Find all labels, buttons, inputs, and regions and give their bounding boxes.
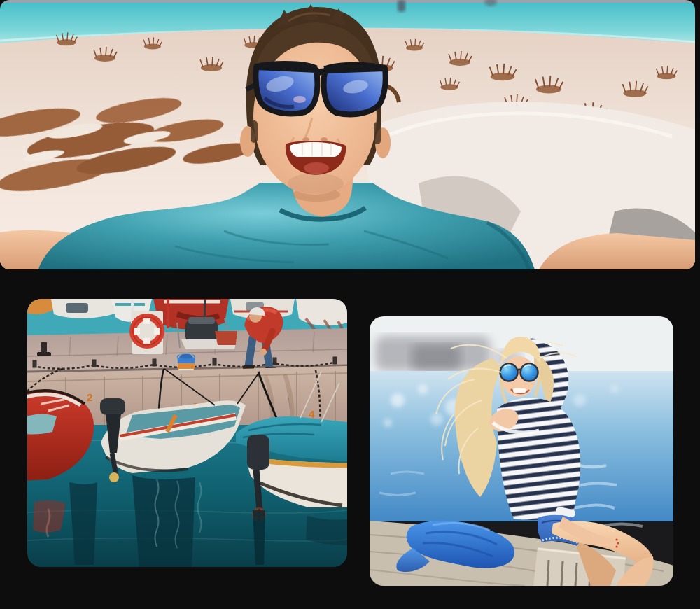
- photo-beach-selfie: [0, 0, 695, 270]
- portrait-art: [370, 316, 673, 586]
- photo-woman-portrait: [370, 316, 673, 586]
- pier-number-2: 2: [87, 391, 92, 403]
- stubble: [288, 173, 344, 194]
- harbor-art: 2 3 4: [27, 299, 347, 567]
- distant-swimmer: [398, 0, 405, 12]
- lifebuoy: [132, 311, 163, 354]
- bucket: [177, 353, 195, 373]
- photo-harbor-boats: 2 3 4: [27, 299, 347, 567]
- photo-collage: 2 3 4: [0, 0, 700, 609]
- beach-selfie-art: [0, 0, 695, 270]
